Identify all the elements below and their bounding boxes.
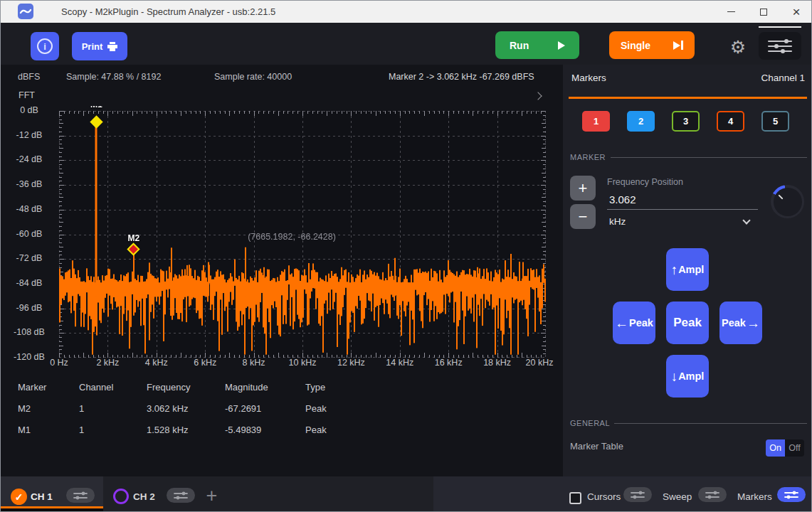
titlebar: Scopy - M2kPlugin - Spectrum Analyzer - …: [1, 1, 811, 23]
x-tick-label: 10 kHz: [289, 358, 317, 368]
marker-table-cell: -5.49839: [225, 425, 261, 435]
close-button[interactable]: ×: [782, 1, 811, 23]
cursors-checkbox[interactable]: [569, 492, 581, 504]
run-label: Run: [510, 40, 529, 51]
sweep-label: Sweep: [663, 491, 692, 502]
channel-settings-button[interactable]: [759, 32, 801, 60]
frequency-value[interactable]: 3.062: [609, 193, 636, 206]
active-tool-indicator: [759, 26, 801, 28]
marker-table-cell: Peak: [305, 425, 327, 435]
x-tick-label: 18 kHz: [483, 358, 511, 368]
panel-title: Markers: [571, 73, 606, 83]
channel1-enable-checkbox[interactable]: ✓: [11, 489, 27, 505]
marker-select-button-2[interactable]: 2: [627, 111, 655, 132]
collapse-panel-icon[interactable]: [534, 92, 542, 100]
marker-select-button-1[interactable]: 1: [582, 111, 610, 132]
frequency-position-label: Frequency Position: [607, 177, 683, 187]
y-tick-label: -12 dB: [1, 130, 58, 140]
y-tick-label: -24 dB: [1, 154, 58, 164]
general-section-line: [614, 423, 807, 424]
y-tick-label: -96 dB: [1, 303, 58, 313]
marker-section-label: MARKER: [570, 153, 606, 161]
marker-table-cell: M2: [18, 403, 31, 414]
peak-down-ampl-button[interactable]: ↓Ampl: [666, 355, 709, 398]
marker-select-button-4[interactable]: 4: [717, 111, 744, 132]
printer-icon: [107, 42, 117, 51]
x-tick-label: 4 kHz: [145, 358, 168, 368]
marker-label-M2: M2: [127, 233, 139, 243]
toolbar: i Print Run Single ⚙: [1, 23, 811, 65]
freq-decrement-button[interactable]: −: [570, 204, 596, 229]
x-tick-label: 8 kHz: [243, 358, 265, 368]
frequency-knob[interactable]: [771, 185, 804, 218]
channel2-label: CH 2: [133, 491, 155, 502]
panel-channel: Channel 1: [761, 73, 805, 83]
play-icon: [558, 41, 565, 50]
channel2-settings-button[interactable]: [167, 488, 195, 503]
frequency-unit-select[interactable]: kHz: [609, 216, 626, 227]
x-tick-label: 20 kHz: [526, 358, 554, 368]
marker-table-cell: M1: [18, 425, 31, 435]
single-label: Single: [621, 40, 650, 51]
minimize-button[interactable]: [717, 1, 745, 23]
scopy-logo-icon: [18, 4, 33, 19]
peak-left-button[interactable]: ←Peak: [613, 302, 655, 344]
markers-settings-button[interactable]: [777, 487, 806, 502]
peak-button[interactable]: Peak: [666, 302, 709, 344]
marker-table-off-toggle[interactable]: Off: [785, 439, 804, 457]
channel1-settings-button[interactable]: [66, 488, 95, 503]
plot-section: dBFS Sample: 47.88 % / 8192 Sample rate:…: [1, 65, 563, 476]
x-tick-label: 14 kHz: [386, 358, 413, 368]
cursors-settings-button[interactable]: [623, 487, 652, 502]
info-button[interactable]: i: [31, 32, 59, 60]
sample-rate-status: Sample rate: 40000: [214, 72, 292, 82]
marker-table-cell: 1: [79, 403, 84, 414]
marker-table-cell: 1: [79, 425, 84, 435]
marker-readout: Marker 2 -> 3.062 kHz -67.269 dBFS: [389, 72, 534, 82]
y-tick-label: -48 dB: [1, 204, 58, 214]
y-tick-label: 0 dB: [1, 105, 58, 115]
marker-table-cell: 3.062 kHz: [147, 403, 189, 414]
y-tick-label: -36 dB: [1, 179, 58, 189]
marker-table-header: Magnitude: [225, 382, 268, 393]
print-label: Print: [82, 41, 103, 52]
info-icon: i: [37, 38, 53, 54]
single-button[interactable]: Single: [609, 31, 695, 59]
marker-select-button-3[interactable]: 3: [672, 111, 700, 132]
marker-table-on-toggle[interactable]: On: [766, 439, 785, 457]
sweep-settings-button[interactable]: [698, 487, 727, 502]
y-tick-label: -120 dB: [1, 352, 58, 362]
add-channel-button[interactable]: +: [203, 485, 221, 508]
markers-label: Markers: [737, 491, 772, 502]
marker-select-button-5[interactable]: 5: [761, 111, 789, 132]
y-tick-label: -72 dB: [1, 253, 58, 263]
sample-status: Sample: 47.88 % / 8192: [66, 72, 161, 82]
marker-label-M1: M1: [90, 106, 102, 110]
cursor-readout: (7665.1982, -66.2428): [248, 232, 336, 242]
marker-table-header: Frequency: [147, 382, 190, 393]
app-window: Scopy - M2kPlugin - Spectrum Analyzer - …: [0, 0, 812, 512]
x-tick-label: 2 kHz: [96, 358, 119, 368]
marker-table-cell: 1.528 kHz: [147, 425, 189, 435]
y-tick-label: -84 dB: [1, 278, 58, 288]
gear-icon[interactable]: ⚙: [728, 37, 748, 57]
x-tick-label: 0 Hz: [50, 358, 68, 368]
run-button[interactable]: Run: [495, 31, 579, 59]
chevron-down-icon[interactable]: [742, 218, 751, 226]
single-run-icon: [673, 41, 683, 50]
bottom-bar: ✓ CH 1 CH 2 + Cursors Sweep Markers: [1, 476, 811, 511]
print-button[interactable]: Print: [72, 32, 127, 60]
x-tick-label: 12 kHz: [337, 358, 365, 368]
y-tick-label: -108 dB: [1, 327, 58, 337]
channel1-tab-shadow: [1, 508, 103, 511]
window-title: Scopy - M2kPlugin - Spectrum Analyzer - …: [61, 6, 275, 17]
peak-right-button[interactable]: Peak→: [719, 302, 762, 344]
channel2-enable-checkbox[interactable]: [113, 489, 129, 504]
x-tick-label: 6 kHz: [194, 358, 216, 368]
panel-divider: [569, 97, 807, 99]
maximize-button[interactable]: [749, 1, 778, 23]
freq-increment-button[interactable]: +: [570, 176, 596, 201]
general-section-label: GENERAL: [570, 419, 610, 427]
peak-up-ampl-button[interactable]: ↑Ampl: [666, 248, 709, 291]
spectrum-plot[interactable]: M1M2(7665.1982, -66.2428): [59, 111, 546, 358]
